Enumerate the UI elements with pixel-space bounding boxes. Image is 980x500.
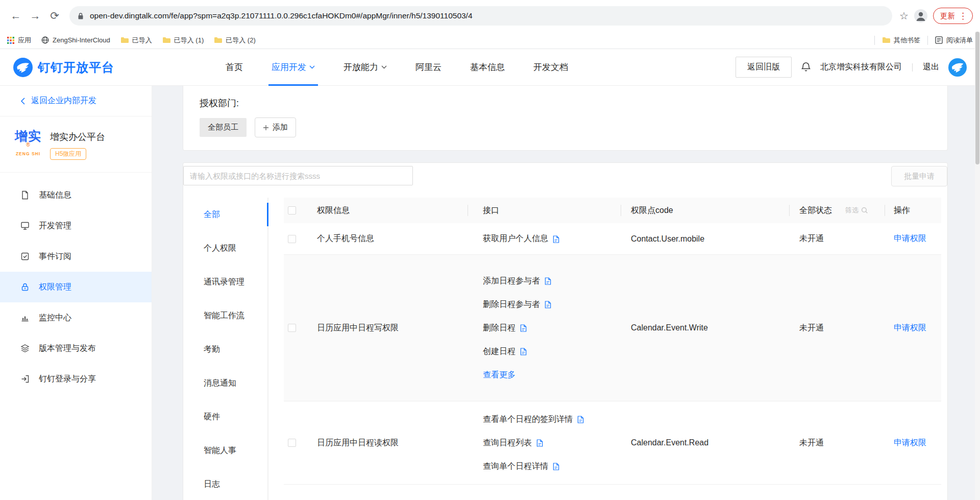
api-name: 查看单个日程的签到详情 bbox=[483, 414, 573, 425]
tab-workflow[interactable]: 智能工作流 bbox=[183, 299, 267, 332]
chrome-menu-icon[interactable]: ⋮ bbox=[959, 11, 967, 21]
sidebar-item-basic-info[interactable]: 基础信息 bbox=[0, 180, 152, 210]
browser-reload-button[interactable]: ⟳ bbox=[46, 7, 63, 25]
url-text[interactable]: open-dev.dingtalk.com/fe/app?spm=a2q3p.2… bbox=[90, 11, 473, 20]
tab-contacts[interactable]: 通讯录管理 bbox=[183, 265, 267, 299]
header-permission: 权限信息 bbox=[309, 205, 468, 216]
nav-aliyun[interactable]: 阿里云 bbox=[401, 49, 456, 86]
user-avatar[interactable] bbox=[948, 58, 967, 77]
nav-aliyun-label: 阿里云 bbox=[415, 61, 442, 73]
permission-status: 未开通 bbox=[789, 323, 885, 334]
app-type-badge: H5微应用 bbox=[50, 148, 86, 160]
back-to-internal-dev-link[interactable]: 返回企业内部开发 bbox=[0, 86, 152, 116]
permission-name: 日历应用中日程写权限 bbox=[309, 323, 468, 334]
department-tag[interactable]: 全部员工 bbox=[200, 118, 247, 137]
filter-label: 筛选 bbox=[845, 206, 859, 215]
tab-all[interactable]: 全部 bbox=[183, 198, 267, 231]
sidebar-item-login-share[interactable]: 钉钉登录与分享 bbox=[0, 364, 152, 394]
tab-attendance[interactable]: 考勤 bbox=[183, 332, 267, 366]
layers-icon bbox=[20, 344, 30, 353]
bookmark-folder-imported1[interactable]: 已导入 (1) bbox=[162, 36, 204, 45]
back-to-old-version-button[interactable]: 返回旧版 bbox=[736, 57, 792, 78]
tab-personal[interactable]: 个人权限 bbox=[183, 231, 267, 265]
bookmark-star-icon[interactable]: ☆ bbox=[899, 10, 909, 22]
nav-basic-info[interactable]: 基本信息 bbox=[456, 49, 519, 86]
api-doc-icon[interactable] bbox=[520, 348, 527, 355]
add-department-button[interactable]: 添加 bbox=[255, 117, 296, 137]
nav-home[interactable]: 首页 bbox=[211, 49, 257, 86]
sidebar-item-permission-management[interactable]: 权限管理 bbox=[0, 272, 152, 302]
login-share-icon bbox=[20, 374, 30, 384]
api-doc-icon[interactable] bbox=[553, 463, 559, 470]
monitor-icon bbox=[20, 221, 30, 230]
notification-bell-icon[interactable] bbox=[801, 62, 811, 73]
scrollbar-thumb[interactable] bbox=[975, 32, 979, 164]
address-bar[interactable]: open-dev.dingtalk.com/fe/app?spm=a2q3p.2… bbox=[69, 6, 892, 26]
auth-department-card: 授权部门: 全部员工 添加 bbox=[183, 86, 948, 151]
logout-link[interactable]: 退出 bbox=[923, 62, 939, 73]
sidebar-item-monitor-center[interactable]: 监控中心 bbox=[0, 302, 152, 333]
batch-apply-button[interactable]: 批量申请 bbox=[891, 166, 947, 186]
browser-back-button[interactable]: ← bbox=[7, 7, 24, 25]
reading-list-label: 阅读清单 bbox=[946, 36, 973, 45]
sidebar-item-dev-management[interactable]: 开发管理 bbox=[0, 210, 152, 241]
apply-permission-link[interactable]: 申请权限 bbox=[894, 234, 926, 243]
document-icon bbox=[20, 191, 30, 200]
dingtalk-brand[interactable]: 钉钉开放平台 bbox=[13, 58, 114, 77]
api-doc-icon[interactable] bbox=[553, 235, 559, 243]
permission-name: 个人手机号信息 bbox=[309, 233, 468, 244]
header-status-label[interactable]: 全部状态 bbox=[799, 205, 832, 216]
select-all-checkbox[interactable] bbox=[288, 206, 296, 215]
sidebar-item-event-subscription[interactable]: 事件订阅 bbox=[0, 241, 152, 272]
sidebar-item-label: 权限管理 bbox=[39, 282, 71, 293]
other-bookmarks-label: 其他书签 bbox=[894, 36, 920, 45]
company-name[interactable]: 北京增实科技有限公司 bbox=[820, 62, 902, 73]
tab-hardware[interactable]: 硬件 bbox=[183, 400, 267, 434]
reading-list[interactable]: 阅读清单 bbox=[935, 36, 973, 45]
chevron-down-icon bbox=[381, 65, 387, 69]
browser-forward-button[interactable]: → bbox=[27, 7, 44, 25]
nav-open-capability[interactable]: 开放能力 bbox=[329, 49, 401, 86]
header-api: 接口 bbox=[468, 205, 621, 216]
nav-app-dev[interactable]: 应用开发 bbox=[257, 49, 329, 86]
apps-grid-icon bbox=[7, 37, 14, 44]
bookmark-folder-imported2[interactable]: 已导入 (2) bbox=[214, 36, 256, 45]
other-bookmarks[interactable]: 其他书签 bbox=[882, 36, 920, 45]
tab-smart-hr[interactable]: 智能人事 bbox=[183, 434, 267, 467]
page-scrollbar[interactable] bbox=[975, 32, 980, 500]
apply-permission-link[interactable]: 申请权限 bbox=[894, 438, 926, 447]
tab-log[interactable]: 日志 bbox=[183, 467, 267, 500]
reading-list-icon bbox=[935, 36, 943, 44]
api-name: 获取用户个人信息 bbox=[483, 233, 548, 244]
apply-permission-link[interactable]: 申请权限 bbox=[894, 323, 926, 332]
bookmark-folder-imported[interactable]: 已导入 bbox=[120, 36, 152, 45]
app-logo-en: ZENG SHI bbox=[13, 152, 43, 156]
nav-dev-docs-label: 开发文档 bbox=[533, 61, 568, 73]
api-doc-icon[interactable] bbox=[577, 416, 584, 423]
search-input[interactable] bbox=[183, 166, 413, 185]
api-name: 创建日程 bbox=[483, 346, 516, 357]
bookmark-apps[interactable]: 应用 bbox=[7, 36, 31, 45]
api-name: 查询单个日程详情 bbox=[483, 461, 548, 472]
chrome-update-button[interactable]: 更新 ⋮ bbox=[933, 8, 973, 24]
api-doc-icon[interactable] bbox=[536, 439, 543, 447]
tab-message[interactable]: 消息通知 bbox=[183, 366, 267, 400]
sidebar-item-version-release[interactable]: 版本管理与发布 bbox=[0, 333, 152, 364]
permission-name: 日历应用中日程读权限 bbox=[309, 438, 468, 448]
api-doc-icon[interactable] bbox=[545, 277, 551, 285]
view-more-link[interactable]: 查看更多 bbox=[483, 370, 516, 380]
bookmark-apps-label: 应用 bbox=[18, 36, 31, 45]
api-doc-icon[interactable] bbox=[520, 324, 527, 332]
auth-department-label: 授权部门: bbox=[200, 97, 931, 109]
row-checkbox[interactable] bbox=[288, 324, 296, 332]
nav-dev-docs[interactable]: 开发文档 bbox=[519, 49, 582, 86]
bookmark-zengshi[interactable]: ZengShi-InterCloud bbox=[41, 36, 110, 44]
ssl-lock-icon bbox=[78, 12, 84, 20]
permission-code: Calendar.Event.Write bbox=[621, 323, 789, 332]
api-doc-icon[interactable] bbox=[545, 301, 551, 308]
filter-control[interactable]: 筛选 bbox=[845, 206, 868, 215]
main-nav: 首页 应用开发 开放能力 阿里云 基本信息 开发文档 bbox=[211, 49, 582, 86]
row-checkbox[interactable] bbox=[288, 439, 296, 447]
profile-avatar-icon[interactable] bbox=[914, 9, 928, 23]
row-checkbox[interactable] bbox=[288, 235, 296, 243]
